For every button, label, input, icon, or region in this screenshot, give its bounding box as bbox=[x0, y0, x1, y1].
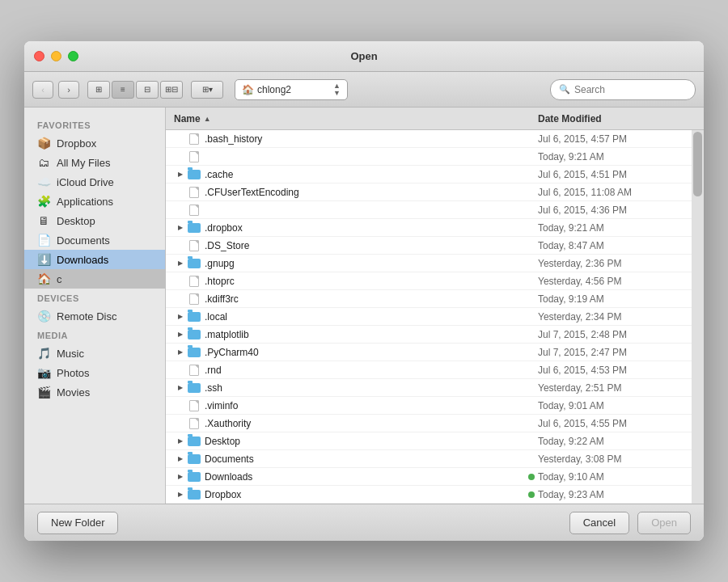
folder-icon bbox=[187, 258, 201, 269]
footer: New Folder Cancel Open bbox=[24, 504, 704, 541]
table-row[interactable]: .htoprcYesterday, 4:56 PM bbox=[166, 272, 692, 290]
sidebar-item-home[interactable]: 🏠 c bbox=[24, 269, 165, 289]
forward-button[interactable]: › bbox=[58, 81, 79, 99]
open-button[interactable]: Open bbox=[637, 512, 691, 534]
scrollbar-thumb[interactable] bbox=[693, 132, 702, 196]
content-area: Favorites 📦 Dropbox 🗂 All My Files ☁️ iC… bbox=[24, 108, 704, 504]
sidebar-item-all-my-files[interactable]: 🗂 All My Files bbox=[24, 153, 165, 172]
file-date: Jul 6, 2015, 4:53 PM bbox=[538, 365, 684, 376]
sidebar-label-home: c bbox=[57, 273, 62, 285]
sidebar-item-applications[interactable]: 🧩 Applications bbox=[24, 192, 165, 211]
table-row[interactable]: Jul 6, 2015, 4:36 PM bbox=[166, 201, 692, 219]
file-date: Jul 7, 2015, 2:48 PM bbox=[538, 329, 684, 340]
sidebar-item-icloud-drive[interactable]: ☁️ iCloud Drive bbox=[24, 172, 165, 192]
window-title: Open bbox=[350, 50, 377, 62]
expander-icon bbox=[174, 204, 187, 217]
file-date: Yesterday, 2:36 PM bbox=[538, 258, 684, 269]
table-row[interactable]: ▶.cacheJul 6, 2015, 4:51 PM bbox=[166, 166, 692, 183]
photos-icon: 📷 bbox=[37, 366, 50, 379]
sidebar-item-photos[interactable]: 📷 Photos bbox=[24, 363, 165, 382]
table-row[interactable]: .DS_StoreToday, 8:47 AM bbox=[166, 237, 692, 255]
downloads-icon: ⬇️ bbox=[37, 253, 50, 266]
view-buttons: ⊞ ≡ ⊟ ⊞⊟ bbox=[87, 81, 183, 99]
table-row[interactable]: .CFUserTextEncodingJul 6, 2015, 11:08 AM bbox=[166, 183, 692, 201]
table-row[interactable]: ▶.localYesterday, 2:34 PM bbox=[166, 308, 692, 326]
expander-icon[interactable]: ▶ bbox=[174, 435, 187, 448]
expander-icon bbox=[174, 364, 187, 377]
file-name: .DS_Store bbox=[205, 240, 538, 251]
file-date: Jul 6, 2015, 11:08 AM bbox=[538, 187, 684, 198]
file-date: Today, 9:21 AM bbox=[538, 222, 684, 234]
file-name: .ssh bbox=[205, 382, 538, 394]
table-row[interactable]: ▶DropboxToday, 9:23 AM bbox=[166, 486, 692, 504]
table-row[interactable]: .kdiff3rcToday, 9:19 AM bbox=[166, 290, 692, 308]
sidebar-item-documents[interactable]: 📄 Documents bbox=[24, 230, 165, 250]
table-row[interactable]: ▶.sshYesterday, 2:51 PM bbox=[166, 379, 692, 397]
file-date: Today, 9:23 AM bbox=[538, 489, 684, 500]
back-icon: ‹ bbox=[41, 85, 44, 95]
maximize-button[interactable] bbox=[68, 51, 78, 61]
sidebar-label-downloads: Downloads bbox=[57, 254, 108, 266]
folder-icon bbox=[187, 436, 201, 447]
sidebar-item-desktop[interactable]: 🖥 Desktop bbox=[24, 211, 165, 230]
file-name: .PyCharm40 bbox=[205, 347, 538, 358]
expander-icon[interactable]: ▶ bbox=[174, 346, 187, 359]
minimize-button[interactable] bbox=[51, 51, 61, 61]
table-row[interactable]: Today, 9:21 AM bbox=[166, 148, 692, 166]
name-column-header[interactable]: Name ▲ bbox=[174, 113, 538, 124]
expander-icon[interactable]: ▶ bbox=[174, 382, 187, 394]
sidebar-item-remote-disc[interactable]: 💿 Remote Disc bbox=[24, 306, 165, 326]
titlebar: Open bbox=[24, 41, 704, 72]
column-view-button[interactable]: ⊟ bbox=[136, 81, 159, 99]
sidebar-item-music[interactable]: 🎵 Music bbox=[24, 344, 165, 363]
expander-icon[interactable]: ▶ bbox=[174, 470, 187, 483]
scrollbar[interactable] bbox=[692, 130, 704, 504]
table-row[interactable]: ▶.dropboxToday, 9:21 AM bbox=[166, 219, 692, 237]
movies-icon: 🎬 bbox=[37, 386, 50, 399]
cover-view-button[interactable]: ⊞⊟ bbox=[160, 81, 183, 99]
date-column-header[interactable]: Date Modified bbox=[538, 113, 684, 124]
table-row[interactable]: ▶.PyCharm40Jul 7, 2015, 2:47 PM bbox=[166, 344, 692, 361]
search-input[interactable] bbox=[574, 84, 687, 95]
file-name: .CFUserTextEncoding bbox=[205, 187, 538, 198]
expander-icon bbox=[174, 186, 187, 199]
expander-icon[interactable]: ▶ bbox=[174, 488, 187, 501]
expander-icon[interactable]: ▶ bbox=[174, 328, 187, 341]
list-view-button[interactable]: ≡ bbox=[112, 81, 134, 99]
sidebar-item-downloads[interactable]: ⬇️ Downloads bbox=[24, 250, 165, 269]
table-row[interactable]: .bash_historyJul 6, 2015, 4:57 PM bbox=[166, 130, 692, 148]
sidebar-item-dropbox[interactable]: 📦 Dropbox bbox=[24, 133, 165, 153]
cancel-button[interactable]: Cancel bbox=[569, 512, 629, 534]
expander-icon[interactable]: ▶ bbox=[174, 453, 187, 466]
location-bar[interactable]: 🏠 chlong2 ▲▼ bbox=[235, 79, 348, 100]
close-button[interactable] bbox=[34, 51, 44, 61]
table-row[interactable]: ▶.matplotlibJul 7, 2015, 2:48 PM bbox=[166, 326, 692, 344]
expander-icon[interactable]: ▶ bbox=[174, 221, 187, 234]
back-button[interactable]: ‹ bbox=[32, 81, 53, 99]
file-list[interactable]: .bash_historyJul 6, 2015, 4:57 PMToday, … bbox=[166, 130, 692, 504]
sidebar-label-photos: Photos bbox=[57, 367, 89, 379]
table-row[interactable]: .viminfoToday, 9:01 AM bbox=[166, 397, 692, 415]
remote-disc-icon: 💿 bbox=[37, 310, 50, 323]
icon-view-button[interactable]: ⊞ bbox=[87, 81, 110, 99]
table-row[interactable]: .rndJul 6, 2015, 4:53 PM bbox=[166, 361, 692, 379]
file-icon bbox=[187, 133, 201, 145]
expander-icon bbox=[174, 293, 187, 306]
expander-icon[interactable]: ▶ bbox=[174, 168, 187, 181]
sidebar-label-movies: Movies bbox=[57, 386, 90, 399]
table-row[interactable]: ▶DesktopToday, 9:22 AM bbox=[166, 432, 692, 450]
file-name: .kdiff3rc bbox=[205, 293, 538, 305]
table-row[interactable]: ▶.gnupgYesterday, 2:36 PM bbox=[166, 255, 692, 272]
table-row[interactable]: ▶DownloadsToday, 9:10 AM bbox=[166, 468, 692, 486]
new-folder-button[interactable]: New Folder bbox=[37, 512, 118, 534]
table-row[interactable]: ▶DocumentsYesterday, 3:08 PM bbox=[166, 450, 692, 468]
expander-icon[interactable]: ▶ bbox=[174, 310, 187, 323]
file-icon bbox=[187, 151, 201, 162]
dropbox-icon: 📦 bbox=[37, 137, 50, 150]
sidebar-item-movies[interactable]: 🎬 Movies bbox=[24, 382, 165, 402]
search-box[interactable]: 🔍 bbox=[550, 79, 696, 100]
action-button[interactable]: ⊞▾ bbox=[191, 81, 223, 99]
table-row[interactable]: .XauthorityJul 6, 2015, 4:55 PM bbox=[166, 415, 692, 432]
sync-badge bbox=[528, 474, 535, 480]
expander-icon[interactable]: ▶ bbox=[174, 257, 187, 270]
